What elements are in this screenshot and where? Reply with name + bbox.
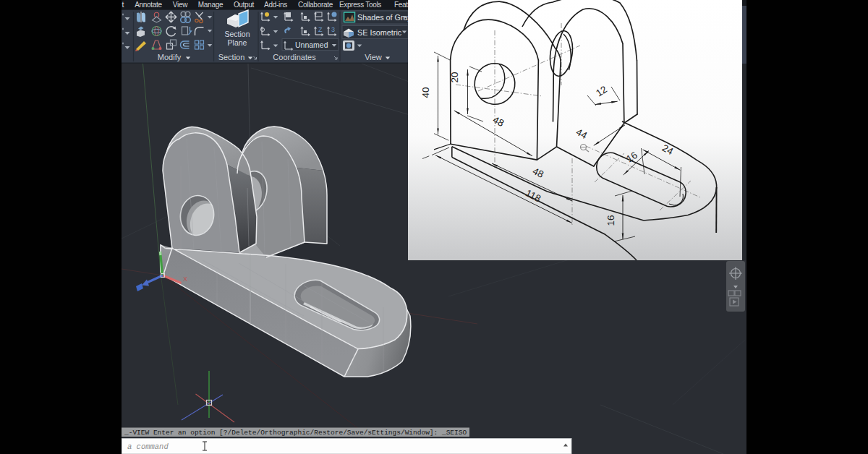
svg-text:3: 3 xyxy=(331,26,335,33)
svg-text:Collaborate: Collaborate xyxy=(298,1,333,9)
svg-text:Manage: Manage xyxy=(198,1,224,9)
svg-text:View: View xyxy=(365,53,382,61)
svg-text:SE Isometric: SE Isometric xyxy=(357,28,402,37)
svg-text:Section: Section xyxy=(218,53,245,61)
svg-text:t: t xyxy=(122,0,124,9)
svg-text:Output: Output xyxy=(234,1,255,9)
svg-text:Express Tools: Express Tools xyxy=(339,1,381,9)
svg-text:Modify: Modify xyxy=(158,53,182,61)
svg-text:Z: Z xyxy=(318,26,323,33)
svg-text:a command: a command xyxy=(127,442,169,451)
svg-text:Coordinates: Coordinates xyxy=(273,53,316,61)
svg-text:20: 20 xyxy=(449,72,460,82)
svg-text:X: X xyxy=(183,275,187,283)
svg-text:Unnamed: Unnamed xyxy=(295,40,328,49)
svg-text:Section: Section xyxy=(224,30,250,38)
svg-text:View: View xyxy=(173,1,188,9)
svg-text:Annotate: Annotate xyxy=(135,1,162,9)
svg-text:Plane: Plane xyxy=(228,38,247,47)
svg-text:Add-ins: Add-ins xyxy=(264,1,287,9)
svg-text:40: 40 xyxy=(420,87,431,98)
svg-text:_-VIEW Enter an option [?/Dele: _-VIEW Enter an option [?/Delete/Orthogr… xyxy=(124,429,467,437)
svg-text:16: 16 xyxy=(605,215,616,226)
